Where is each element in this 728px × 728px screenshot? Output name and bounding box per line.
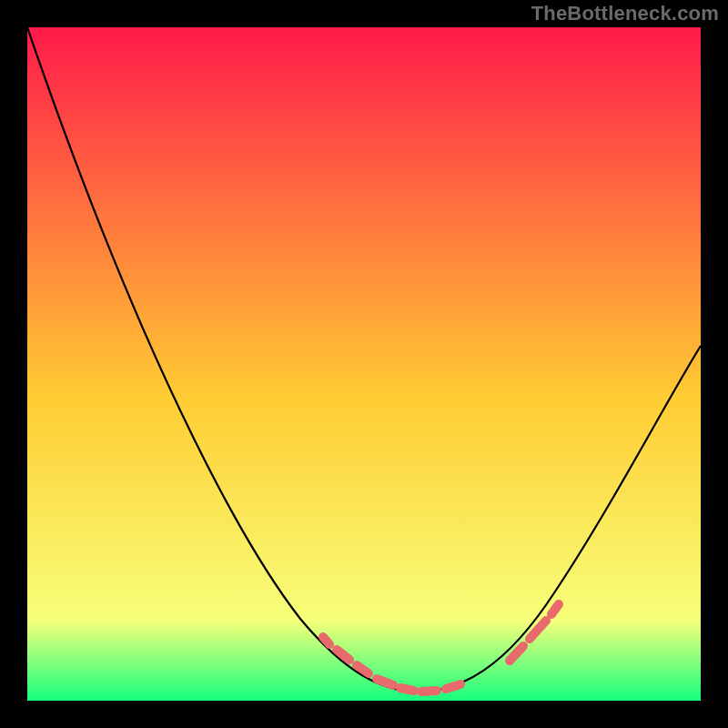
highlight-seg-6	[446, 684, 460, 689]
highlight-seg-4	[400, 688, 414, 691]
chart-svg	[0, 0, 728, 728]
highlight-seg-5	[421, 691, 437, 692]
highlight-seg-9	[551, 604, 559, 614]
gradient-background	[27, 27, 701, 701]
highlight-seg-0	[323, 637, 329, 644]
highlight-seg-3	[377, 679, 393, 685]
watermark-text: TheBottleneck.com	[531, 2, 719, 25]
chart-frame: TheBottleneck.com	[0, 0, 728, 728]
